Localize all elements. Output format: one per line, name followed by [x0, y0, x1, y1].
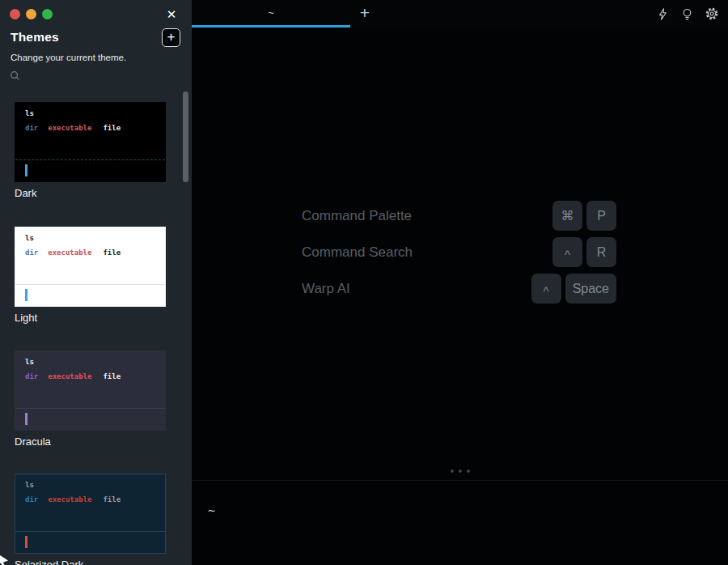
- key-cmd: ⌘: [552, 201, 582, 231]
- terminal-main: ~ + Command Palette: [192, 0, 728, 565]
- theme-card-dracula[interactable]: ls direxecutablefile Dracula: [15, 350, 166, 448]
- preview-command: ls: [25, 234, 34, 242]
- key-p: P: [586, 201, 616, 231]
- preview-cursor: [25, 413, 28, 425]
- prompt-tilde: ~: [208, 503, 215, 518]
- preview-cursor: [25, 289, 28, 301]
- theme-name: Dracula: [15, 435, 166, 448]
- theme-preview: ls direxecutablefile: [15, 350, 166, 431]
- theme-name: Solarized Dark: [15, 559, 166, 565]
- panel-subtitle: Change your current theme.: [11, 53, 126, 62]
- key-r: R: [586, 237, 616, 267]
- shortcut-keys: ^ R: [552, 237, 616, 267]
- shortcut-keys: ⌘ P: [552, 201, 616, 231]
- preview-output: direxecutablefile: [25, 495, 121, 503]
- theme-card-solarized-dark[interactable]: ls direxecutablefile Solarized Dark: [15, 474, 166, 565]
- tabbar-actions: [656, 0, 719, 28]
- preview-command: ls: [25, 109, 34, 117]
- shortcut-label: Command Palette: [302, 208, 412, 224]
- preview-separator: [15, 284, 165, 285]
- key-space: Space: [565, 274, 616, 304]
- lightning-icon[interactable]: [656, 7, 670, 21]
- theme-card-dark[interactable]: ls direxecutablefile Dark: [15, 102, 166, 199]
- tab-home[interactable]: ~: [192, 0, 350, 28]
- settings-gear-icon[interactable]: [705, 6, 719, 21]
- preview-separator: [15, 531, 165, 532]
- lightbulb-icon[interactable]: [680, 7, 694, 21]
- new-tab-button[interactable]: +: [353, 0, 376, 28]
- preview-cursor: [25, 164, 28, 176]
- preview-output: direxecutablefile: [25, 372, 121, 380]
- shortcut-warp-ai[interactable]: Warp AI ^ Space: [302, 274, 616, 304]
- preview-output: direxecutablefile: [25, 124, 121, 132]
- tab-bar: ~ +: [192, 0, 728, 28]
- traffic-light-zoom-icon[interactable]: [42, 9, 53, 19]
- preview-command: ls: [25, 481, 34, 489]
- key-ctrl: ^: [552, 237, 582, 267]
- shortcut-label: Command Search: [302, 244, 413, 261]
- theme-preview: ls direxecutablefile: [15, 227, 166, 307]
- traffic-light-minimize-icon[interactable]: [26, 9, 36, 19]
- key-ctrl: ^: [531, 274, 561, 304]
- preview-output: direxecutablefile: [25, 249, 121, 257]
- search-icon[interactable]: [10, 70, 20, 81]
- close-panel-icon[interactable]: ✕: [163, 6, 180, 23]
- add-theme-button[interactable]: +: [162, 28, 180, 47]
- shortcut-command-search[interactable]: Command Search ^ R: [302, 237, 616, 267]
- theme-card-light[interactable]: ls direxecutablefile Light: [15, 227, 166, 324]
- sidebar-scrollbar[interactable]: [183, 91, 188, 182]
- panel-title: Themes: [11, 30, 59, 45]
- preview-command: ls: [25, 358, 34, 366]
- terminal-input-block[interactable]: ~: [192, 481, 728, 565]
- preview-cursor: [25, 536, 28, 548]
- preview-separator: [15, 408, 165, 409]
- traffic-light-close-icon[interactable]: [10, 9, 20, 19]
- theme-preview: ls direxecutablefile: [15, 474, 166, 554]
- preview-separator: [15, 159, 165, 160]
- block-drag-handle[interactable]: [451, 469, 470, 473]
- shortcut-label: Warp AI: [302, 281, 350, 297]
- themes-panel: ✕ Themes + Change your current theme. ls…: [0, 0, 192, 565]
- active-tab-indicator: [192, 25, 350, 28]
- shortcut-hints: Command Palette ⌘ P Command Search ^ R W…: [302, 201, 616, 310]
- theme-preview: ls direxecutablefile: [15, 102, 166, 182]
- shortcut-command-palette[interactable]: Command Palette ⌘ P: [302, 201, 616, 231]
- warp-window: ✕ Themes + Change your current theme. ls…: [0, 0, 728, 565]
- theme-name: Light: [15, 312, 166, 324]
- shortcut-keys: ^ Space: [531, 274, 616, 304]
- theme-name: Dark: [15, 187, 166, 199]
